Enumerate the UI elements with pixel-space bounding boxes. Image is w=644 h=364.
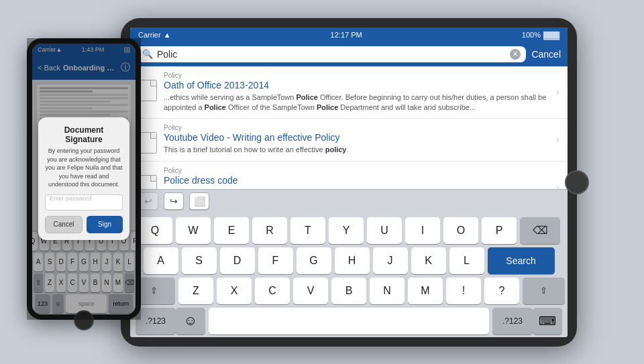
keyboard-row-2: A S D F G H J K L Search	[133, 247, 565, 274]
key-G[interactable]: G	[297, 247, 331, 274]
result-chevron-2: ›	[556, 182, 559, 189]
key-question[interactable]: ?	[484, 278, 519, 304]
iphone-device: Carrier ▲ 1:43 PM |||| < Back Onboarding…	[27, 38, 141, 320]
iphone-doc-area: Document Signature By entering your pass…	[32, 80, 136, 230]
result-type-2: Policy	[164, 167, 551, 174]
numbers-right-key[interactable]: .?123	[492, 308, 533, 335]
key-M[interactable]: M	[408, 278, 443, 304]
result-item-0[interactable]: Policy Oath of Office 2013-2014 ...ethic…	[130, 66, 568, 119]
key-exclamation[interactable]: !	[446, 278, 481, 304]
backspace-key[interactable]: ⌫	[520, 217, 560, 244]
result-title-1: Youtube Video - Writing an effective Pol…	[164, 132, 551, 143]
key-Q[interactable]: Q	[138, 217, 172, 244]
ipad-screen: Carrier ▲ 12:17 PM 100% ▓▓▓ 🔍 Polic ✕ Ca…	[130, 27, 568, 337]
key-X[interactable]: X	[217, 278, 252, 304]
ipad-results-list: Policy Oath of Office 2013-2014 ...ethic…	[130, 66, 568, 189]
paste-icon: ⬜	[194, 196, 205, 206]
key-F[interactable]: F	[258, 247, 293, 274]
ipad-carrier: Carrier	[138, 31, 161, 39]
scene: Carrier ▲ 12:17 PM 100% ▓▓▓ 🔍 Polic ✕ Ca…	[13, 11, 631, 353]
ipad-battery: 100%	[522, 31, 541, 39]
key-T[interactable]: T	[290, 217, 325, 244]
modal-buttons: Cancel Sign	[45, 216, 123, 230]
key-K[interactable]: K	[411, 247, 446, 274]
modal-password-placeholder: Enter password	[50, 195, 92, 202]
ipad-keyboard: Q W E R T Y U I O P ⌫ A S D F	[130, 213, 568, 337]
result-content-2: Policy Police dress code This is the pol…	[164, 167, 551, 189]
space-key[interactable]	[209, 308, 489, 335]
key-D[interactable]: D	[220, 247, 255, 274]
key-P[interactable]: P	[482, 217, 517, 244]
result-chevron-1: ›	[556, 133, 559, 145]
keyboard-hide-key[interactable]: ⌨	[533, 308, 562, 335]
shift-right-key[interactable]: ⇧	[523, 278, 565, 304]
result-type-1: Policy	[164, 124, 551, 131]
ipad-home-button[interactable]	[565, 170, 589, 194]
result-snippet-0: ...ethics while serving as a SampleTown …	[164, 93, 551, 113]
result-snippet-1: This is a brief tutorial on how to write…	[164, 145, 551, 155]
result-doc-icon-1	[138, 132, 157, 154]
key-L[interactable]: L	[449, 247, 484, 274]
result-item-2[interactable]: Policy Police dress code This is the pol…	[130, 162, 568, 189]
ipad-status-left: Carrier ▲	[138, 31, 171, 39]
key-W[interactable]: W	[176, 217, 211, 244]
modal-password-input[interactable]: Enter password	[45, 194, 123, 210]
key-V[interactable]: V	[293, 278, 328, 304]
ipad-status-right: 100% ▓▓▓	[522, 31, 559, 39]
result-doc-icon-0	[138, 80, 157, 101]
ipad-device: Carrier ▲ 12:17 PM 100% ▓▓▓ 🔍 Polic ✕ Ca…	[121, 18, 577, 347]
key-B[interactable]: B	[331, 278, 366, 304]
result-title-2: Police dress code	[164, 175, 551, 186]
undo-button[interactable]: ↩	[138, 192, 158, 210]
modal-sign-button[interactable]: Sign	[87, 216, 123, 230]
result-title-0: Oath of Office 2013-2014	[164, 80, 551, 90]
keyboard-row-3: ⇧ Z X C V B N M ! ? ⇧	[133, 278, 565, 304]
key-E[interactable]: E	[214, 217, 249, 244]
ipad-cancel-button[interactable]: Cancel	[531, 49, 561, 60]
keyboard-bottom-bar: .?123 ☺ .?123 ⌨	[133, 308, 565, 335]
ipad-wifi-icon: ▲	[164, 31, 171, 39]
key-Y[interactable]: Y	[329, 217, 364, 244]
ipad-status-bar: Carrier ▲ 12:17 PM 100% ▓▓▓	[130, 27, 568, 42]
search-key[interactable]: Search	[488, 247, 555, 274]
result-item-1[interactable]: Policy Youtube Video - Writing an effect…	[130, 119, 568, 161]
key-H[interactable]: H	[335, 247, 370, 274]
ipad-search-input-wrap[interactable]: 🔍 Polic ✕	[137, 46, 526, 62]
key-A[interactable]: A	[144, 247, 178, 274]
result-snippet-2: This is the policy for dress code requir…	[164, 188, 551, 189]
key-O[interactable]: O	[443, 217, 478, 244]
modal-body: By entering your password you are acknow…	[45, 147, 123, 189]
ipad-search-query[interactable]: Polic	[157, 49, 506, 60]
result-chevron-0: ›	[556, 86, 559, 98]
result-doc-icon-2	[138, 175, 157, 189]
keyboard-toolbar: ↩ ↪ ⬜	[130, 189, 568, 213]
modal-overlay: Document Signature By entering your pass…	[32, 80, 136, 230]
paste-button[interactable]: ⬜	[189, 192, 209, 210]
keyboard-row-1: Q W E R T Y U I O P ⌫	[133, 217, 565, 244]
result-content-0: Policy Oath of Office 2013-2014 ...ethic…	[164, 72, 551, 113]
ipad-search-bar: 🔍 Polic ✕ Cancel	[130, 42, 568, 66]
key-S[interactable]: S	[182, 247, 217, 274]
ipad-battery-icon: ▓▓▓	[543, 31, 559, 39]
search-icon: 🔍	[142, 49, 153, 59]
document-signature-modal: Document Signature By entering your pass…	[38, 117, 129, 229]
iphone-screen: Carrier ▲ 1:43 PM |||| < Back Onboarding…	[32, 44, 136, 314]
key-Z[interactable]: Z	[178, 278, 213, 304]
undo-icon: ↩	[144, 196, 152, 206]
modal-title: Document Signature	[45, 125, 123, 144]
modal-cancel-button[interactable]: Cancel	[45, 216, 83, 230]
key-R[interactable]: R	[252, 217, 287, 244]
key-N[interactable]: N	[370, 278, 405, 304]
redo-button[interactable]: ↪	[164, 192, 184, 210]
key-J[interactable]: J	[373, 247, 408, 274]
ipad-search-clear-button[interactable]: ✕	[510, 49, 521, 60]
emoji-key[interactable]: ☺	[176, 308, 205, 335]
result-content-1: Policy Youtube Video - Writing an effect…	[164, 124, 551, 155]
key-I[interactable]: I	[405, 217, 440, 244]
ipad-status-time: 12:17 PM	[331, 31, 362, 39]
key-C[interactable]: C	[255, 278, 290, 304]
redo-icon: ↪	[170, 196, 178, 206]
numbers-left-key[interactable]: .?123	[136, 308, 176, 335]
result-type-0: Policy	[164, 72, 551, 79]
key-U[interactable]: U	[367, 217, 402, 244]
